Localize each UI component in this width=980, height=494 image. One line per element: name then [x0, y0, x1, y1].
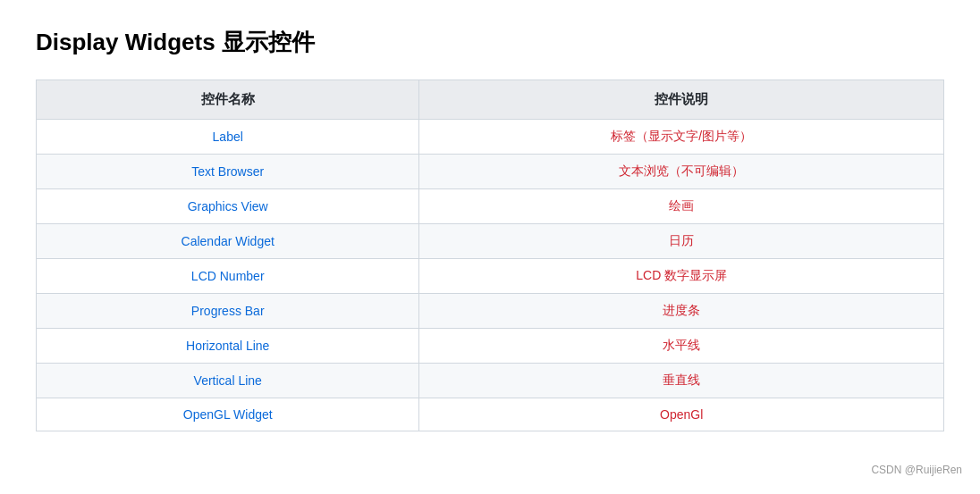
column-header-name: 控件名称 [37, 80, 419, 120]
table-row: Text Browser文本浏览（不可编辑） [37, 155, 944, 189]
widgets-table: 控件名称 控件说明 Label标签（显示文字/图片等）Text Browser文… [36, 80, 944, 431]
widget-name-cell: Label [37, 120, 419, 155]
table-header-row: 控件名称 控件说明 [37, 80, 944, 120]
widget-description-cell: OpenGl [419, 398, 944, 431]
table-row: Vertical Line垂直线 [37, 364, 944, 398]
table-row: Label标签（显示文字/图片等） [37, 120, 944, 155]
widget-name-cell: Text Browser [37, 155, 419, 189]
widget-name-cell: LCD Number [37, 259, 419, 294]
table-row: Horizontal Line水平线 [37, 329, 944, 364]
table-row: Progress Bar进度条 [37, 294, 944, 329]
table-row: Calendar Widget日历 [37, 224, 944, 259]
widget-name-cell: Vertical Line [37, 364, 419, 398]
table-row: OpenGL WidgetOpenGl [37, 398, 944, 431]
widget-description-cell: 标签（显示文字/图片等） [419, 120, 944, 155]
widget-name-cell: OpenGL Widget [37, 398, 419, 431]
widget-description-cell: 垂直线 [419, 364, 944, 398]
widget-name-cell: Graphics View [37, 189, 419, 224]
table-row: LCD NumberLCD 数字显示屏 [37, 259, 944, 294]
widget-description-cell: 日历 [419, 224, 944, 259]
widget-description-cell: 绘画 [419, 189, 944, 224]
column-header-description: 控件说明 [419, 80, 944, 120]
widget-name-cell: Horizontal Line [37, 329, 419, 364]
widget-name-cell: Progress Bar [37, 294, 419, 329]
widget-description-cell: 文本浏览（不可编辑） [419, 155, 944, 189]
widget-description-cell: 进度条 [419, 294, 944, 329]
widget-description-cell: LCD 数字显示屏 [419, 259, 944, 294]
table-row: Graphics View绘画 [37, 189, 944, 224]
widget-name-cell: Calendar Widget [37, 224, 419, 259]
page-title: Display Widgets 显示控件 [36, 27, 944, 58]
widget-description-cell: 水平线 [419, 329, 944, 364]
